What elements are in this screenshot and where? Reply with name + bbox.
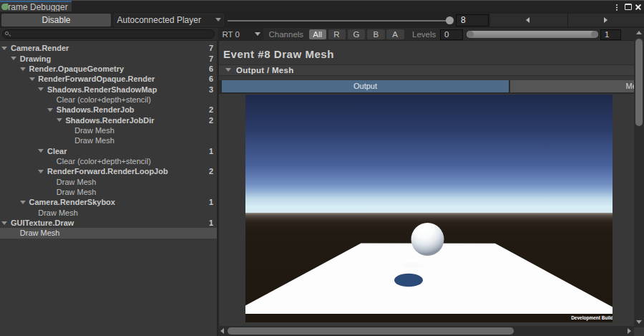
svg-text:Development Build: Development Build [571, 315, 613, 320]
